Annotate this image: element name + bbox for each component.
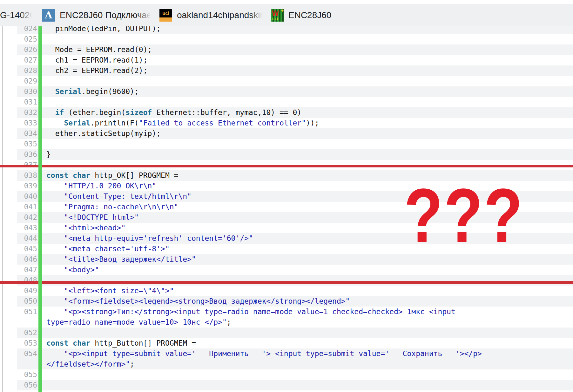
- tab-strip: G-1402G Λ ENC28J60 Подключае ucl oakland…: [0, 4, 573, 26]
- code-text: Serial.begin(9600);: [46, 86, 139, 97]
- code-text: type=radio name=mode value=10> 10нс </p>…: [46, 317, 231, 328]
- line-number: 026: [17, 44, 37, 55]
- tab-title-fade: [138, 4, 153, 26]
- code-line-row: 050 "<form><fieldset><legend><strong>Вво…: [17, 296, 573, 307]
- code-line-row: 032 if (ether.begin(sizeof Ethernet::buf…: [17, 107, 573, 118]
- tab-enc28j60[interactable]: W +++ + ENC28J60: [271, 4, 341, 26]
- code-text: const char http_OK[] PROGMEM =: [46, 170, 178, 181]
- line-number: 028: [17, 65, 37, 76]
- line-number: 051: [17, 307, 37, 317]
- tab-title-fade: [20, 4, 34, 26]
- line-number: 039: [17, 181, 37, 191]
- line-number: 041: [17, 202, 37, 212]
- line-number: 043: [17, 223, 37, 233]
- code-line-row: 025: [17, 34, 573, 44]
- pixel-art-favicon-icon: W +++ +: [271, 9, 284, 22]
- line-number: 036: [17, 149, 37, 160]
- code-line-row: 027 ch1 = EEPROM.read(1);: [17, 55, 573, 65]
- line-number: 038: [17, 170, 37, 181]
- lambda-favicon-icon: Λ: [42, 9, 55, 22]
- line-number: 046: [17, 254, 37, 265]
- code-text: "Content-Type: text/html\r\n": [46, 191, 192, 202]
- tab-enc28j60-forum[interactable]: Λ ENC28J60 Подключае: [42, 4, 153, 26]
- code-text: "Pragma: no-cache\r\n\r\n": [46, 202, 178, 212]
- line-number: 040: [17, 191, 37, 202]
- line-number: 032: [17, 107, 37, 118]
- code-text: "HTTP/1.0 200 OK\r\n": [46, 181, 156, 191]
- line-number: 042: [17, 212, 37, 223]
- code-line-row: 052: [17, 328, 573, 338]
- code-text: "<p><strong>Тип:</strong><input type=rad…: [46, 307, 455, 317]
- code-line-row: 048: [17, 275, 573, 286]
- code-text: "<html><head>": [46, 223, 125, 233]
- code-text: Mode = EEPROM.read(0);: [46, 44, 152, 55]
- code-text: Serial.println(F("Failed to access Ether…: [46, 118, 319, 128]
- line-number: 054: [17, 348, 37, 359]
- code-line-row: 026 Mode = EEPROM.read(0);: [17, 44, 573, 55]
- code-text: "<left><font size=\"4\">": [46, 286, 174, 296]
- code-line-row: 031: [17, 97, 573, 107]
- line-number: 034: [17, 128, 37, 139]
- code-line-row: type=radio name=mode value=10> 10нс </p>…: [17, 317, 573, 328]
- line-number: 047: [17, 265, 37, 275]
- code-line-row: 053const char http_Button[] PROGMEM =: [17, 338, 573, 348]
- line-number: 045: [17, 244, 37, 254]
- line-number: 049: [17, 286, 37, 296]
- code-text: </fieldset></form>";: [46, 359, 134, 369]
- code-line-row: 033 Serial.println(F("Failed to access E…: [17, 118, 573, 128]
- tab-title-fade: [250, 4, 265, 26]
- gutter-border-line: [2, 26, 3, 392]
- code-line-row: 054 "<p><input type=submit value=' Приме…: [17, 348, 573, 359]
- line-number: 053: [17, 338, 37, 348]
- code-text: "<body>": [46, 265, 99, 275]
- changed-lines-bar: [38, 26, 42, 392]
- code-line-row: 028 ch2 = EEPROM.read(2);: [17, 65, 573, 76]
- line-number: 056: [17, 380, 37, 390]
- code-line-row: 047 "<body>": [17, 265, 573, 275]
- code-text: ch1 = EEPROM.read(1);: [46, 55, 148, 65]
- code-text: ch2 = EEPROM.read(2);: [46, 65, 148, 76]
- code-text: "<p><input type=submit value=' Применить…: [46, 348, 482, 359]
- line-number: 055: [17, 369, 37, 380]
- code-text: "<!DOCTYPE html>": [46, 212, 139, 223]
- tab-title: ENC28J60: [288, 10, 331, 20]
- code-text: ether.staticSetup(myip);: [46, 128, 161, 139]
- ucl-favicon-icon: ucl: [159, 9, 172, 22]
- line-number: 033: [17, 118, 37, 128]
- line-number: 050: [17, 296, 37, 307]
- line-number: 044: [17, 233, 37, 244]
- line-number: 048: [17, 275, 37, 286]
- code-line-row: </fieldset></form>";: [17, 359, 573, 369]
- code-text: "<title>Ввод задержек</title>": [46, 254, 196, 265]
- line-number: 029: [17, 76, 37, 86]
- screenshot-root: 024 pinMode(ledPin, OUTPUT);025026 Mode …: [0, 0, 573, 392]
- line-number: 057: [17, 390, 37, 392]
- code-line-row: 030 Serial.begin(9600);: [17, 86, 573, 97]
- code-text: const char http_Button[] PROGMEM =: [46, 338, 196, 348]
- line-number: 027: [17, 55, 37, 65]
- code-text: "<form><fieldset><legend><strong>Ввод за…: [46, 296, 350, 307]
- line-number: 052: [17, 328, 37, 338]
- code-text: }: [46, 149, 51, 160]
- code-line-row: 029: [17, 76, 573, 86]
- tab-oakland14chipandskin[interactable]: ucl oakland14chipandskin: [159, 4, 265, 26]
- code-line-row: 057: [17, 390, 573, 392]
- tab-g1402g[interactable]: G-1402G: [0, 4, 34, 26]
- code-line-row: 034 ether.staticSetup(myip);: [17, 128, 573, 139]
- code-line-row: 049 "<left><font size=\"4\">": [17, 286, 573, 296]
- annotation-line-bottom: [0, 281, 573, 284]
- code-line-row: 051 "<p><strong>Тип:</strong><input type…: [17, 307, 573, 317]
- code-text: if (ether.begin(sizeof Ethernet::buffer,…: [46, 107, 301, 118]
- code-line-row: 036}: [17, 149, 573, 160]
- line-number: 030: [17, 86, 37, 97]
- browser-tab-bar: G-1402G Λ ENC28J60 Подключае ucl oakland…: [0, 0, 573, 26]
- line-number: 035: [17, 139, 37, 149]
- code-line-row: 056: [17, 380, 573, 390]
- code-text: "<meta charset='utf-8'>": [46, 244, 170, 254]
- code-line-row: 035: [17, 139, 573, 149]
- question-marks-annotation: ???: [404, 177, 524, 254]
- annotation-line-top: [0, 165, 573, 167]
- code-line-row: 055: [17, 369, 573, 380]
- code-text: "<meta http-equiv='refresh' content='60'…: [46, 233, 253, 244]
- line-number: 031: [17, 97, 37, 107]
